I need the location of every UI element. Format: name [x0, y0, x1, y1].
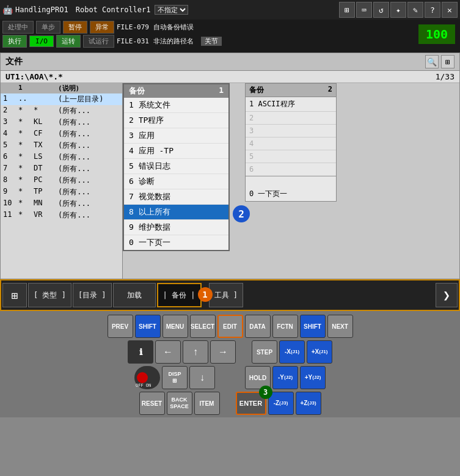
file-path-bar: UT1:\AOA\*.* 1/33	[1, 71, 459, 83]
backup-item-4[interactable]: 4 应用 -TP	[124, 144, 228, 159]
prev-key[interactable]: PREV	[108, 315, 133, 338]
file-page: 1/33	[436, 72, 455, 81]
refresh-icon[interactable]: ↺	[373, 2, 389, 18]
plus-x-key[interactable]: +X(J1)	[307, 340, 332, 364]
bottom-toolbar: ⊞ [ 类型 ] [目录 ] 加载 | 备份 | 1 工具 ] ❯	[0, 279, 460, 311]
keyboard-icon[interactable]: ⌨	[356, 2, 372, 18]
item-key[interactable]: ITEM	[194, 392, 220, 415]
next-key[interactable]: NEXT	[327, 315, 353, 338]
file-row[interactable]: 10 * MN (所有...	[1, 198, 122, 210]
load-btn[interactable]: 加载	[113, 283, 156, 307]
kbd-row-4: RESET BACKSPACE ITEM ENTER 3 -Z(J3) +Z(J…	[2, 392, 458, 415]
backup-panel-2-header: 备份 2	[246, 84, 336, 97]
offon-switch[interactable]: OFF ON	[134, 366, 160, 389]
reset-key[interactable]: RESET	[139, 392, 165, 415]
step-btn[interactable]: 单步	[36, 21, 60, 34]
tool-btn[interactable]: 工具 ]	[209, 283, 243, 307]
backup-panel-2: 备份 2 1 ASCII程序 2 3 4 5 6 0 一下页一	[245, 83, 337, 202]
close-icon[interactable]: ✕	[442, 2, 458, 18]
file-row[interactable]: 2 * * (所有...	[1, 105, 122, 117]
plus-z-key[interactable]: +Z(J3)	[296, 392, 321, 415]
minus-x-key[interactable]: -X(J1)	[279, 340, 305, 364]
file-row[interactable]: 6 * LS (所有...	[1, 152, 122, 163]
file-row[interactable]: 1 .. (上一层目录)	[1, 93, 122, 105]
backup-item-8[interactable]: 8 以上所有	[124, 205, 228, 220]
backup-item-9[interactable]: 9 维护数据	[124, 220, 228, 235]
backup-btn[interactable]: | 备份 |	[157, 283, 202, 307]
backup-item-0[interactable]: 0 一下页一	[124, 235, 228, 250]
status-row-1: 处理中 单步 暂停 异常 FILE-079 自动备份错误 100	[2, 21, 458, 34]
badge-1: 1	[198, 287, 213, 302]
pause-btn[interactable]: 暂停	[63, 21, 87, 34]
star-icon[interactable]: ✦	[390, 2, 406, 18]
backup-item-1[interactable]: 1 系统文件	[124, 98, 228, 113]
file-row[interactable]: 9 * TP (所有...	[1, 186, 122, 198]
backspace-key[interactable]: BACKSPACE	[167, 392, 192, 415]
backup-popup-1-header: 备份 1	[124, 84, 228, 98]
top-bar-icons: ⊞ ⌨ ↺ ✦ ✎ ? ✕	[339, 2, 458, 18]
badge-3: 3	[259, 386, 272, 399]
backup2-item-4: 4	[246, 137, 336, 150]
backup-item-6[interactable]: 6 诊断	[124, 174, 228, 189]
run-btn[interactable]: 运转	[56, 35, 81, 48]
shift-key-left[interactable]: SHIFT	[135, 315, 161, 338]
edit-key[interactable]: EDIT	[217, 315, 243, 338]
backup-item-5[interactable]: 5 错误日志	[124, 159, 228, 174]
controller-dropdown[interactable]: 不指定	[155, 5, 188, 15]
help-icon[interactable]: ?	[425, 2, 440, 18]
file-row[interactable]: 8 * PC (所有...	[1, 175, 122, 186]
minus-y-key[interactable]: -Y(J2)	[272, 366, 298, 389]
kbd-row-1: PREV SHIFT MENU SELECT EDIT DATA FCTN SH…	[2, 315, 458, 338]
file-list: 1 (说明) 1 .. (上一层目录) 2 * * (所有... 3 * KL	[1, 83, 123, 279]
plus-y-key[interactable]: +Y(J2)	[300, 366, 326, 389]
type-btn[interactable]: [ 类型 ]	[28, 283, 71, 307]
kbd-row-2: ℹ ← ↑ → STEP -X(J1) +X(J1)	[2, 340, 458, 364]
controller-label: Robot Controller1	[76, 5, 151, 14]
file-path: UT1:\AOA\*.*	[5, 72, 63, 81]
top-bar: 🤖 HandlingPRO1 Robot Controller1 不指定 ⊞ ⌨…	[0, 0, 460, 20]
disp-key[interactable]: DISP⊞	[162, 366, 188, 389]
file-row[interactable]: 3 * KL (所有...	[1, 117, 122, 128]
header-icons: 🔍 ⊞	[425, 55, 455, 68]
file-row[interactable]: 11 * VR (所有...	[1, 210, 122, 221]
speed-display: 100	[418, 24, 455, 44]
grid-toolbar-btn[interactable]: ⊞	[2, 283, 27, 307]
edit-icon[interactable]: ✎	[407, 2, 423, 18]
file-status-2: FILE-031 非法的路径名 关节	[117, 37, 458, 46]
up-arrow-key[interactable]: ↑	[183, 340, 208, 364]
layout-icon[interactable]: ⊞	[441, 55, 455, 68]
backup2-item-2: 2	[246, 112, 336, 125]
error-btn[interactable]: 异常	[90, 21, 114, 34]
shift-key-right[interactable]: SHIFT	[300, 315, 326, 338]
backup-item-2[interactable]: 2 TP程序	[124, 113, 228, 128]
zoom-icon[interactable]: 🔍	[425, 55, 439, 68]
grid-icon[interactable]: ⊞	[339, 2, 355, 18]
step-key[interactable]: STEP	[252, 340, 277, 364]
file-row[interactable]: 4 * CF (所有...	[1, 128, 122, 140]
backup-item-7[interactable]: 7 视觉数据	[124, 189, 228, 205]
kbd-row-3: OFF ON DISP⊞ ↓ HOLD -Y(J2) +Y(J2)	[2, 366, 458, 389]
arrow-btn[interactable]: ❯	[436, 283, 458, 307]
info-key[interactable]: ℹ	[128, 340, 153, 364]
left-arrow-key[interactable]: ←	[155, 340, 181, 364]
status-row-2: 执行 I/O 运转 试运行 FILE-031 非法的路径名 关节	[2, 35, 458, 48]
backup2-bottom[interactable]: 0 一下页一	[246, 176, 336, 201]
processing-btn[interactable]: 处理中	[2, 21, 34, 34]
backup2-item-1[interactable]: 1 ASCII程序	[246, 97, 336, 112]
file-row[interactable]: 7 * DT (所有...	[1, 163, 122, 175]
backup-item-3[interactable]: 3 应用	[124, 128, 228, 144]
trial-btn[interactable]: 试运行	[83, 35, 114, 48]
menu-key[interactable]: MENU	[162, 315, 188, 338]
execute-btn[interactable]: 执行	[2, 35, 27, 48]
down-arrow-key[interactable]: ↓	[189, 366, 215, 389]
file-row[interactable]: 5 * TX (所有...	[1, 140, 122, 152]
select-key[interactable]: SELECT	[190, 315, 216, 338]
backup-popup-1: 备份 1 1 系统文件 2 TP程序 3 应用 4 应用 -TP 5 错误日志 …	[123, 83, 230, 251]
data-key[interactable]: DATA	[245, 315, 271, 338]
file-manager: 文件 🔍 ⊞ UT1:\AOA\*.* 1/33 1 (说明) 1 ..	[0, 53, 460, 279]
io-btn[interactable]: I/O	[29, 35, 54, 47]
dir-btn[interactable]: [目录 ]	[73, 283, 112, 307]
backup2-item-5: 5	[246, 150, 336, 163]
fctn-key[interactable]: FCTN	[272, 315, 298, 338]
right-arrow-key[interactable]: →	[210, 340, 236, 364]
